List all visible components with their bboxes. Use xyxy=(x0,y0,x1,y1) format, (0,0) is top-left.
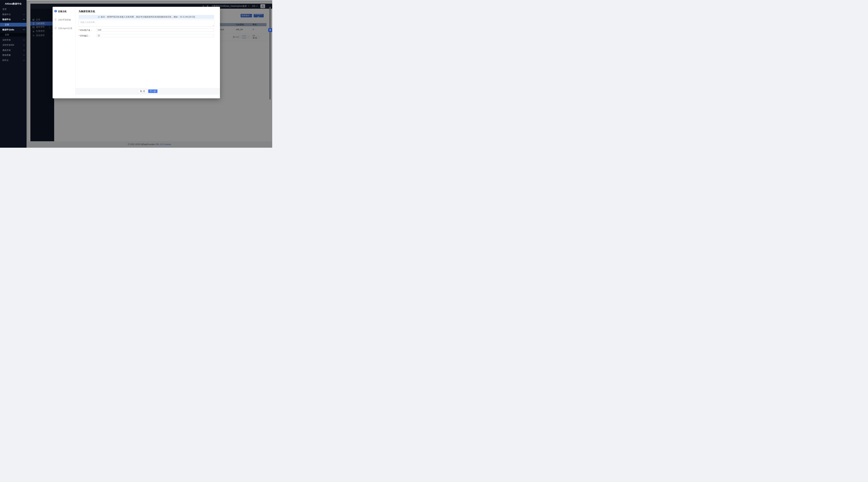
chevron-up-icon xyxy=(23,29,25,31)
sidebar-item-k8s-main[interactable]: 主页 xyxy=(0,33,27,37)
sidebar-item-home[interactable]: 首页 xyxy=(0,7,27,11)
modal-title: 为集群安装主机 xyxy=(79,10,95,13)
ssh-port-label: *SSH端口： xyxy=(79,34,90,37)
step-2-indicator: 2 xyxy=(54,19,57,21)
sidebar-item-realtime-dev-ide[interactable]: 实时开发IDE xyxy=(0,43,27,47)
info-alert: 提示：使用IP或主机名输入主机列表，按逗号分隔或使用主机域批量添加主机，例如：1… xyxy=(79,15,214,19)
ssh-username-label: *SSH用户名： xyxy=(79,29,92,32)
settings-fab[interactable]: ⚙ xyxy=(268,28,272,32)
cancel-button[interactable]: 取 消 xyxy=(138,89,147,93)
chevron-down-icon xyxy=(23,44,25,46)
gear-icon: ⚙ xyxy=(269,29,271,31)
next-step-button[interactable]: 下一步 xyxy=(148,89,157,93)
steps-panel: 1 安装主机 2 主机环境校验 3 主机Agent分发 xyxy=(53,7,75,98)
info-circle-icon xyxy=(98,16,100,18)
alert-text: 提示：使用IP或主机名输入主机列表，按逗号分隔或使用主机域批量添加主机，例如：1… xyxy=(101,16,195,19)
sidebar-item-offline-dev[interactable]: 离线开发 xyxy=(0,48,27,52)
ssh-username-input[interactable] xyxy=(96,28,214,32)
chevron-down-icon xyxy=(23,13,25,15)
step-2-label: 主机环境校验 xyxy=(58,19,71,21)
chevron-down-icon xyxy=(23,49,25,51)
hosts-input[interactable] xyxy=(79,20,214,27)
modal-footer: 取 消 下一步 xyxy=(75,88,220,95)
required-mark: * xyxy=(79,29,80,31)
sidebar-item-data-middle-platform[interactable]: 数据中台 xyxy=(0,12,27,17)
sidebar-item-realtime-dev[interactable]: 实时开发 xyxy=(0,38,27,42)
required-mark: * xyxy=(79,35,80,37)
install-host-modal: 1 安装主机 2 主机环境校验 3 主机Agent分发 为集群安装主机 提示：使… xyxy=(53,7,220,98)
sidebar-item-data-quality[interactable]: 数据质量 xyxy=(0,53,27,57)
chevron-down-icon xyxy=(23,39,25,40)
app-title: AllData数据中台 xyxy=(0,2,27,5)
step-3-indicator: 3 xyxy=(54,27,57,29)
hosts-textarea-wrap xyxy=(79,20,214,27)
sidebar-item-data-platform-main[interactable]: 主页 xyxy=(0,23,27,27)
chevron-down-icon xyxy=(23,59,25,61)
step-3-label: 主机Agent分发 xyxy=(58,27,72,30)
ssh-port-input[interactable] xyxy=(96,34,214,37)
app-sidebar: AllData数据中台 首页 数据中台 数据平台 主页 数据平台k8s 主页 实… xyxy=(0,0,27,148)
chevron-down-icon xyxy=(23,54,25,56)
page: AllData数据中台 首页 数据中台 数据平台 主页 数据平台k8s 主页 实… xyxy=(0,0,272,148)
sidebar-item-bi-platform[interactable]: BI平台 xyxy=(0,58,27,62)
step-1-indicator: 1 xyxy=(54,10,57,12)
sidebar-item-data-platform[interactable]: 数据平台 xyxy=(0,18,27,22)
sidebar-item-data-platform-k8s[interactable]: 数据平台k8s xyxy=(0,28,27,32)
modal-body: 为集群安装主机 提示：使用IP或主机名输入主机列表，按逗号分隔或使用主机域批量添… xyxy=(75,7,220,98)
step-1-label: 安装主机 xyxy=(58,10,67,13)
chevron-up-icon xyxy=(23,19,25,20)
